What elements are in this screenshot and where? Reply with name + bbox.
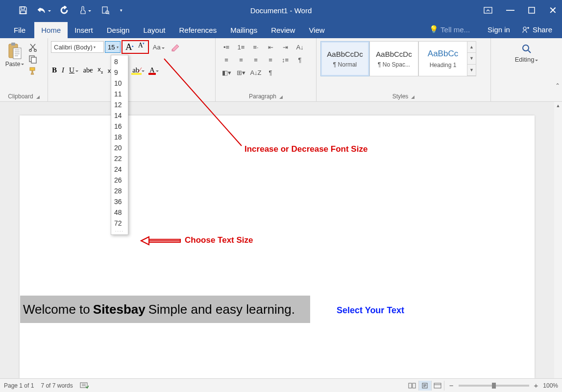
subscript-button[interactable]: x₂ [98, 66, 103, 75]
paragraph-marks-button[interactable]: ¶ [264, 67, 277, 78]
zoom-out-button[interactable]: − [449, 381, 454, 390]
paste-button[interactable]: Paste [3, 40, 26, 68]
numbering-button[interactable]: 1≡ [234, 41, 248, 53]
tab-home[interactable]: Home [34, 22, 68, 38]
size-option[interactable]: 28 [111, 185, 128, 196]
align-center-button[interactable]: ≡ [234, 54, 248, 66]
size-option[interactable]: 20 [111, 142, 128, 153]
document-page[interactable] [20, 115, 535, 378]
annotation-choose-size: Choose Text Size [185, 235, 253, 245]
zoom-in-button[interactable]: + [534, 381, 538, 390]
copy-icon[interactable] [28, 55, 37, 64]
tab-file[interactable]: File [5, 22, 34, 38]
size-option[interactable]: 36 [111, 196, 128, 207]
minimize-button[interactable]: — [506, 5, 514, 15]
shading-button[interactable]: ◧▾ [220, 67, 233, 78]
tab-layout[interactable]: Layout [136, 22, 172, 38]
borders-button[interactable]: ⊞▾ [234, 67, 248, 78]
size-option[interactable]: 12 [111, 99, 128, 110]
maximize-button[interactable] [528, 7, 535, 14]
highlight-button[interactable]: ab⁄ [132, 66, 145, 74]
bullets-button[interactable]: •≡ [220, 41, 233, 53]
size-option[interactable]: 48 [111, 207, 128, 218]
increase-indent-button[interactable]: ⇥ [278, 41, 292, 53]
size-option[interactable]: 14 [111, 110, 128, 121]
sort-button[interactable]: A↓ [293, 41, 307, 53]
print-preview-button[interactable] [96, 0, 115, 21]
grow-font-button[interactable]: A▴ [123, 42, 136, 52]
size-option[interactable]: 26 [111, 175, 128, 185]
size-option[interactable]: 11 [111, 89, 128, 99]
size-option[interactable]: 10 [111, 78, 128, 89]
underline-button[interactable]: U [69, 66, 78, 74]
size-option[interactable]: 16 [111, 121, 128, 132]
tell-me[interactable]: 💡 Tell me... [429, 25, 470, 34]
styles-more-icon[interactable]: ▼ [467, 65, 476, 76]
zoom-level[interactable]: 100% [543, 382, 558, 389]
status-words[interactable]: 7 of 7 words [41, 382, 73, 389]
ribbon-display-button[interactable] [484, 7, 492, 14]
size-option[interactable]: 22 [111, 153, 128, 164]
redo-button[interactable] [55, 0, 73, 21]
svg-rect-5 [529, 7, 535, 13]
tab-view[interactable]: View [302, 22, 331, 38]
change-case-button[interactable]: Aa [150, 44, 168, 51]
print-layout-button[interactable] [419, 381, 432, 391]
styles-scroll-down-icon[interactable]: ▼ [467, 53, 476, 64]
italic-button[interactable]: I [62, 66, 64, 74]
clear-formatting-button[interactable] [169, 43, 182, 51]
font-color-button[interactable]: A [149, 66, 159, 74]
styles-scroll[interactable]: ▲ ▼ ▼ [467, 41, 476, 76]
status-page[interactable]: Page 1 of 1 [4, 382, 34, 389]
decrease-indent-button[interactable]: ⇤ [264, 41, 277, 53]
vertical-scrollbar[interactable]: ▲ [554, 102, 562, 378]
read-mode-button[interactable] [406, 381, 419, 391]
styles-scroll-up-icon[interactable]: ▲ [467, 42, 476, 53]
undo-button[interactable] [34, 0, 53, 21]
scroll-up-icon[interactable]: ▲ [554, 102, 562, 110]
size-option[interactable]: 9 [111, 67, 128, 78]
align-left-button[interactable]: ≡ [220, 54, 233, 66]
style-normal[interactable]: AaBbCcDc ¶ Normal [320, 41, 369, 76]
editing-label[interactable]: Editing [515, 56, 538, 63]
sign-in[interactable]: Sign in [488, 25, 510, 34]
tab-references[interactable]: References [172, 22, 223, 38]
format-painter-icon[interactable] [28, 67, 37, 75]
group-clipboard: Paste Clipboard◢ [0, 38, 48, 101]
collapse-ribbon-icon[interactable]: ⌃ [555, 82, 560, 89]
cut-icon[interactable] [28, 43, 37, 52]
size-option[interactable]: 18 [111, 132, 128, 142]
close-button[interactable]: ✕ [549, 4, 557, 16]
line-spacing-button[interactable]: ↕≡ [278, 54, 292, 66]
style-no-spacing[interactable]: AaBbCcDc ¶ No Spac... [369, 41, 418, 76]
zoom-slider[interactable] [459, 385, 529, 387]
bold-button[interactable]: B [52, 66, 57, 74]
save-icon[interactable] [14, 0, 32, 21]
sort-az-button[interactable]: A↓Z [249, 67, 263, 78]
proofing-icon[interactable] [80, 382, 89, 389]
justify-button[interactable]: ≡ [264, 54, 277, 66]
ribbon: Paste Clipboard◢ Calibri (Body)▾ 15▾ A▴ … [0, 38, 562, 102]
tab-mailings[interactable]: Mailings [223, 22, 264, 38]
multilevel-button[interactable]: ≡· [249, 41, 263, 53]
touch-mode-button[interactable] [75, 0, 94, 21]
font-size-combo[interactable]: 15▾ [105, 41, 121, 53]
align-right-button[interactable]: ≡ [249, 54, 263, 66]
tab-review[interactable]: Review [264, 22, 302, 38]
qat-more-button[interactable]: ▾ [117, 0, 125, 21]
show-marks-button[interactable]: ¶ [293, 54, 307, 66]
size-option[interactable]: 8 [111, 56, 128, 67]
tab-design[interactable]: Design [100, 22, 137, 38]
shrink-font-button[interactable]: A▾ [136, 42, 147, 52]
strikethrough-button[interactable]: abc [83, 67, 93, 74]
tab-insert[interactable]: Insert [68, 22, 100, 38]
share-button[interactable]: Share [518, 23, 556, 36]
font-name-combo[interactable]: Calibri (Body)▾ [51, 41, 104, 53]
size-option[interactable]: 72 [111, 218, 128, 229]
style-heading-1[interactable]: AaBbCc Heading 1 [418, 41, 467, 76]
grow-shrink-font: A▴ A▾ [122, 40, 149, 54]
size-option[interactable]: 24 [111, 164, 128, 175]
find-icon[interactable] [521, 43, 533, 55]
selected-text[interactable]: Welcome to Sitesbay Simple and easy lear… [20, 296, 310, 323]
web-layout-button[interactable] [432, 381, 444, 391]
